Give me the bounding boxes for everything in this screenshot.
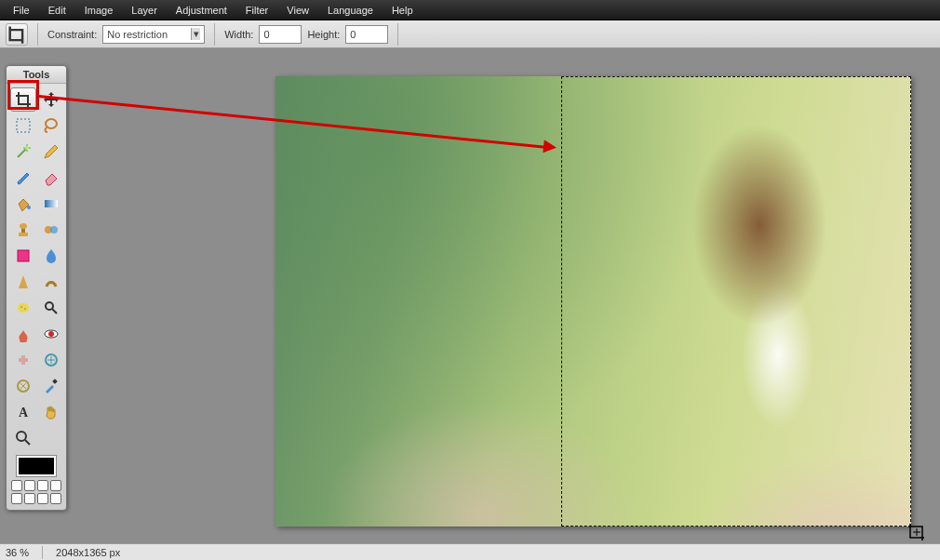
gradient-tool[interactable] <box>38 192 64 216</box>
svg-point-13 <box>24 308 26 310</box>
status-bar: 36 % 2048x1365 px <box>0 543 940 560</box>
constraint-label: Constraint: <box>47 29 97 40</box>
brush-tool[interactable] <box>10 166 36 190</box>
paint-bucket-tool[interactable] <box>10 192 36 216</box>
constraint-select[interactable]: No restriction ▾ <box>102 25 205 44</box>
wand-tool[interactable] <box>10 140 36 164</box>
menu-view[interactable]: View <box>277 2 318 19</box>
option-bar: Constraint: No restriction ▾ Width: Heig… <box>0 20 940 48</box>
dodge-tool[interactable] <box>38 296 64 320</box>
preset-swatch[interactable] <box>11 493 22 504</box>
menu-edit[interactable]: Edit <box>39 2 75 19</box>
pinch-tool[interactable] <box>10 374 36 398</box>
height-input[interactable] <box>345 25 388 44</box>
svg-point-16 <box>48 331 54 337</box>
menu-image[interactable]: Image <box>75 2 123 19</box>
separator <box>37 23 38 46</box>
preset-swatch[interactable] <box>24 480 35 491</box>
svg-rect-21 <box>52 379 58 384</box>
status-dimensions: 2048x1365 px <box>56 547 120 558</box>
svg-point-12 <box>20 306 22 308</box>
colorpicker-tool[interactable] <box>38 374 64 398</box>
crop-marquee[interactable] <box>561 76 911 527</box>
preset-swatch[interactable] <box>37 493 48 504</box>
menu-file[interactable]: File <box>4 2 39 19</box>
height-label: Height: <box>307 29 340 40</box>
spot-heal-tool[interactable] <box>10 348 36 372</box>
menu-filter[interactable]: Filter <box>236 2 277 19</box>
menu-help[interactable]: Help <box>383 2 423 19</box>
annotation-arrow-head-icon <box>543 140 557 153</box>
preset-swatches <box>7 480 66 504</box>
svg-point-23 <box>17 432 26 441</box>
tools-panel: Tools A <box>6 65 67 511</box>
bloat-tool[interactable] <box>38 348 64 372</box>
color-swatch-area <box>7 454 66 476</box>
canvas[interactable] <box>275 76 911 527</box>
svg-point-9 <box>50 226 58 233</box>
sharpen-tool[interactable] <box>10 270 36 294</box>
separator <box>214 23 215 46</box>
tools-grid: A <box>7 84 66 454</box>
svg-rect-5 <box>19 233 28 236</box>
menu-adjustment[interactable]: Adjustment <box>167 2 236 19</box>
type-tool[interactable]: A <box>10 400 36 424</box>
svg-point-14 <box>46 302 53 310</box>
pencil-tool[interactable] <box>38 140 64 164</box>
svg-rect-4 <box>45 200 58 207</box>
active-tool-icon <box>6 23 28 46</box>
constraint-value: No restriction <box>107 29 168 40</box>
smudge-tool[interactable] <box>38 270 64 294</box>
preset-swatch[interactable] <box>11 480 22 491</box>
lasso-tool[interactable] <box>38 113 64 138</box>
svg-point-3 <box>27 206 31 209</box>
clone-stamp-tool[interactable] <box>10 218 36 242</box>
svg-point-7 <box>20 223 27 229</box>
preset-swatch[interactable] <box>37 480 48 491</box>
menu-layer[interactable]: Layer <box>122 2 167 19</box>
sponge-tool[interactable] <box>10 296 36 320</box>
svg-rect-0 <box>17 119 30 132</box>
width-input[interactable] <box>259 25 302 44</box>
svg-rect-10 <box>18 250 29 261</box>
zoom-tool[interactable] <box>10 426 36 450</box>
separator <box>42 546 43 559</box>
menu-bar: File Edit Image Layer Adjustment Filter … <box>0 0 940 20</box>
burn-tool[interactable] <box>10 322 36 346</box>
width-label: Width: <box>224 29 253 40</box>
preset-swatch[interactable] <box>50 480 61 491</box>
separator <box>397 23 398 46</box>
drawing-tool[interactable] <box>10 244 36 268</box>
marquee-tool[interactable] <box>10 113 36 138</box>
dropdown-arrow-icon: ▾ <box>191 28 200 40</box>
red-eye-tool[interactable] <box>38 322 64 346</box>
blur-tool[interactable] <box>38 244 64 268</box>
status-zoom: 36 % <box>6 547 29 558</box>
color-replace-tool[interactable] <box>38 218 64 242</box>
svg-point-1 <box>46 119 57 128</box>
crop-cursor-icon <box>907 523 926 541</box>
svg-point-11 <box>18 303 29 313</box>
svg-text:A: A <box>19 406 29 420</box>
menu-language[interactable]: Language <box>318 2 383 19</box>
preset-swatch[interactable] <box>50 493 61 504</box>
svg-point-2 <box>25 146 29 150</box>
preset-swatch[interactable] <box>24 493 35 504</box>
svg-rect-18 <box>21 355 25 365</box>
eraser-tool[interactable] <box>38 166 64 190</box>
foreground-color-swatch[interactable] <box>17 456 56 476</box>
annotation-highlight-box <box>7 80 39 110</box>
hand-tool[interactable] <box>38 400 64 424</box>
